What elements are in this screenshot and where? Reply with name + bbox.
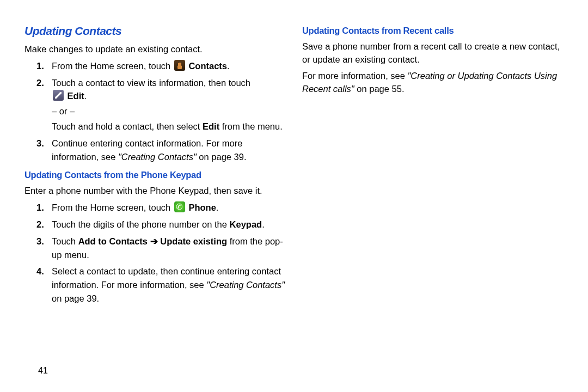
- steps-list-1b: Continue entering contact information. F…: [36, 137, 286, 164]
- step-text: .: [227, 61, 230, 71]
- steps-list-2: From the Home screen, touch Phone. Touch…: [36, 201, 286, 305]
- more-info: For more information, see "Creating or U…: [302, 70, 564, 96]
- step-bold: Phone: [186, 203, 216, 212]
- page-number: 41: [38, 366, 48, 376]
- step-item: Touch Add to Contacts ➔ Update existing …: [36, 235, 286, 262]
- alt-instruction: Touch and hold a contact, then select Ed…: [52, 120, 286, 133]
- subsection-heading-keypad: Updating Contacts from the Phone Keypad: [24, 170, 286, 180]
- cross-ref: "Creating Contacts": [118, 152, 197, 162]
- step-item: Touch the digits of the phone number on …: [36, 218, 286, 231]
- step-bold: Contacts: [186, 61, 227, 71]
- step-text: .: [216, 203, 219, 212]
- or-divider: – or –: [52, 106, 286, 117]
- more-text: on page 55.: [354, 84, 405, 94]
- intro-text: Enter a phone number with the Phone Keyp…: [24, 185, 286, 198]
- step-text: Touch the digits of the phone number on …: [52, 219, 230, 229]
- step-text: From the Home screen, touch: [52, 61, 173, 71]
- step-item: Touch a contact to view its information,…: [36, 76, 286, 103]
- step-text: .: [84, 91, 87, 101]
- step-text: Touch: [52, 236, 78, 246]
- cross-ref: "Creating Contacts": [206, 280, 285, 290]
- step-text: Touch a contact to view its information,…: [52, 78, 250, 88]
- step-bold: Add to Contacts: [78, 236, 150, 246]
- step-bold: Update existing: [158, 236, 227, 246]
- more-text: For more information, see: [302, 71, 408, 81]
- section-heading-updating-contacts: Updating Contacts: [24, 24, 286, 38]
- subsection-heading-recent-calls: Updating Contacts from Recent calls: [302, 26, 564, 36]
- step-item: From the Home screen, touch Phone.: [36, 201, 286, 215]
- arrow-icon: ➔: [150, 236, 158, 246]
- step-text: From the Home screen, touch: [52, 203, 173, 212]
- step-item: Select a contact to update, then continu…: [36, 265, 286, 305]
- step-bold: Edit: [65, 91, 84, 101]
- edit-icon: [53, 90, 64, 101]
- right-column: Updating Contacts from Recent calls Save…: [294, 24, 572, 381]
- left-column: Updating Contacts Make changes to update…: [16, 24, 294, 381]
- contacts-icon: [174, 60, 185, 71]
- step-text: .: [262, 219, 265, 229]
- step-text: on page 39.: [52, 293, 99, 303]
- steps-list-1: From the Home screen, touch Contacts. To…: [36, 59, 286, 103]
- intro-text: Save a phone number from a recent call t…: [302, 40, 564, 66]
- alt-text: from the menu.: [219, 121, 283, 131]
- step-item: Continue entering contact information. F…: [36, 137, 286, 164]
- step-bold: Keypad: [230, 219, 262, 229]
- alt-bold: Edit: [203, 121, 219, 131]
- alt-text: Touch and hold a contact, then select: [52, 121, 203, 131]
- phone-icon: [174, 201, 185, 212]
- step-text: on page 39.: [197, 152, 247, 162]
- intro-text: Make changes to update an existing conta…: [24, 43, 286, 56]
- step-item: From the Home screen, touch Contacts.: [36, 59, 286, 73]
